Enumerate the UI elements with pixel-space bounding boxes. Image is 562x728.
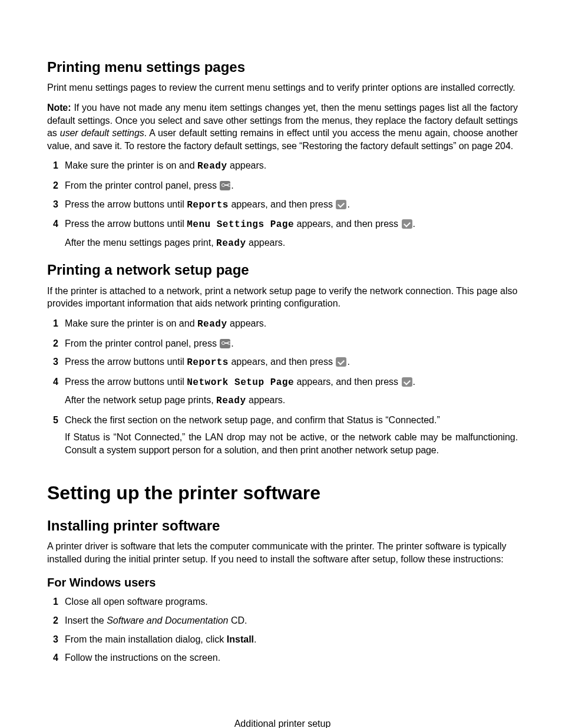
step-body: Make sure the printer is on and Ready ap… — [65, 159, 518, 173]
step-body: From the printer control panel, press . — [65, 337, 518, 350]
heading-for-windows-users: For Windows users — [47, 575, 518, 591]
ordered-list: 1 Close all open software programs. 2 In… — [47, 595, 518, 664]
list-item: 4 Follow the instructions on the screen. — [65, 651, 518, 664]
bold-text: Install — [227, 634, 254, 644]
list-item: 4 Press the arrow buttons until Network … — [65, 375, 518, 408]
step-number: 4 — [53, 651, 58, 664]
list-item: 1 Make sure the printer is on and Ready … — [65, 317, 518, 331]
mono-text: Ready — [197, 161, 227, 172]
step-number: 2 — [53, 614, 58, 627]
step-body: Insert the Software and Documentation CD… — [65, 614, 518, 627]
list-item: 3 From the main installation dialog, cli… — [65, 633, 518, 646]
list-item: 2 Insert the Software and Documentation … — [65, 614, 518, 627]
checkmark-icon — [402, 219, 412, 229]
list-item: 2 From the printer control panel, press … — [65, 179, 518, 192]
list-item: 5 Check the first section on the network… — [65, 414, 518, 457]
step-number: 1 — [53, 317, 58, 330]
step-after: After the menu settings pages print, Rea… — [65, 236, 518, 251]
checkmark-icon — [402, 377, 412, 387]
step-number: 3 — [53, 355, 58, 368]
step-number: 1 — [53, 595, 58, 608]
step-body: Close all open software programs. — [65, 595, 518, 608]
heading-printing-network-setup-page: Printing a network setup page — [47, 261, 518, 279]
step-body: Make sure the printer is on and Ready ap… — [65, 317, 518, 331]
mono-text: Ready — [197, 319, 227, 330]
menu-key-icon — [220, 339, 230, 348]
step-after: After the network setup page prints, Rea… — [65, 394, 518, 408]
ordered-list: 1 Make sure the printer is on and Ready … — [47, 159, 518, 250]
step-number: 2 — [53, 337, 58, 350]
list-item: 2 From the printer control panel, press … — [65, 337, 518, 350]
step-number: 5 — [53, 414, 58, 427]
list-item: 1 Close all open software programs. — [65, 595, 518, 608]
italic-text: Software and Documentation — [107, 615, 228, 625]
step-body: Follow the instructions on the screen. — [65, 651, 518, 664]
checkmark-icon — [336, 357, 346, 367]
paragraph: If the printer is attached to a network,… — [47, 285, 518, 310]
step-number: 4 — [53, 375, 58, 388]
step-number: 4 — [53, 218, 58, 230]
step-body: Check the first section on the network s… — [65, 414, 518, 427]
page-footer: Additional printer setup 34 — [47, 717, 518, 728]
step-body: From the printer control panel, press . — [65, 179, 518, 192]
list-item: 1 Make sure the printer is on and Ready … — [65, 159, 518, 173]
note-italic: user default settings — [60, 128, 144, 138]
heading-installing-printer-software: Installing printer software — [47, 516, 518, 535]
list-item: 4 Press the arrow buttons until Menu Set… — [65, 218, 518, 250]
step-body: Press the arrow buttons until Network Se… — [65, 375, 518, 390]
mono-text: Reports — [187, 200, 229, 210]
note-paragraph: Note: If you have not made any menu item… — [47, 101, 518, 152]
step-body: Press the arrow buttons until Reports ap… — [65, 198, 518, 212]
menu-key-icon — [220, 181, 230, 190]
mono-text: Menu Settings Page — [187, 219, 294, 230]
step-body: Press the arrow buttons until Reports ap… — [65, 355, 518, 370]
checkmark-icon — [336, 200, 346, 209]
paragraph: Print menu settings pages to review the … — [47, 81, 518, 94]
step-number: 3 — [53, 198, 58, 211]
step-number: 3 — [53, 633, 58, 646]
step-body: From the main installation dialog, click… — [65, 633, 518, 646]
step-number: 2 — [53, 179, 58, 192]
footer-title: Additional printer setup — [47, 717, 518, 728]
list-item: 3 Press the arrow buttons until Reports … — [65, 355, 518, 370]
paragraph: A printer driver is software that lets t… — [47, 540, 518, 565]
mono-text: Ready — [216, 396, 246, 406]
heading-printing-menu-settings-pages: Printing menu settings pages — [47, 58, 518, 77]
step-body: Press the arrow buttons until Menu Setti… — [65, 218, 518, 232]
mono-text: Ready — [216, 238, 246, 249]
note-label: Note: — [47, 103, 71, 113]
mono-text: Network Setup Page — [187, 377, 294, 388]
heading-setting-up-printer-software: Setting up the printer software — [47, 480, 518, 506]
mono-text: Reports — [187, 357, 229, 368]
step-after: If Status is “Not Connected,” the LAN dr… — [65, 431, 518, 456]
ordered-list: 1 Make sure the printer is on and Ready … — [47, 317, 518, 457]
list-item: 3 Press the arrow buttons until Reports … — [65, 198, 518, 212]
step-number: 1 — [53, 159, 58, 172]
